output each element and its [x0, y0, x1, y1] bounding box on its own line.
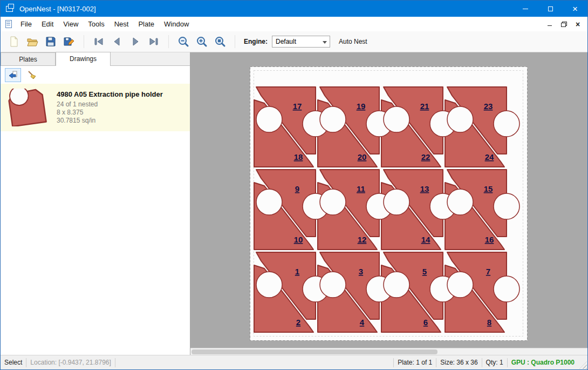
part-number: 9 — [295, 184, 299, 193]
mdi-close-button[interactable]: × — [571, 19, 585, 30]
part-number: 13 — [420, 184, 429, 193]
previous-arrow-icon — [111, 36, 123, 48]
floppy-pencil-icon — [63, 36, 75, 48]
drawing-size: 8 x 8.375 — [57, 109, 163, 117]
circular-cutout — [447, 189, 473, 215]
sidebar: Plates Drawings 4980 — [1, 52, 190, 355]
maximize-button[interactable] — [538, 1, 563, 17]
sidebar-tabs: Plates Drawings — [1, 52, 190, 66]
first-arrow-icon — [93, 36, 105, 48]
zoom-in-icon — [196, 36, 208, 48]
minimize-icon — [523, 9, 528, 9]
mdi-minimize-icon — [548, 25, 552, 26]
resize-grip[interactable] — [579, 361, 587, 369]
drawing-list-item[interactable]: 4980 A05 Extraction pipe holder 24 of 1 … — [1, 84, 190, 131]
circular-cutout — [320, 272, 346, 298]
minimize-button[interactable] — [513, 1, 538, 17]
circular-cutout — [320, 189, 346, 215]
circular-cutout — [256, 189, 282, 215]
circular-cutout — [256, 272, 282, 298]
part-thumbnail — [8, 89, 48, 126]
zoom-out-button[interactable] — [174, 33, 193, 50]
auto-nest-button[interactable]: Auto Nest — [339, 38, 367, 45]
arrow-left-page-icon — [8, 70, 18, 80]
part-number: 21 — [420, 102, 429, 111]
drawing-title: 4980 A05 Extraction pipe holder — [57, 90, 163, 98]
last-plate-button[interactable] — [145, 33, 163, 50]
app-window: OpenNest - [N0317-002] × File Edit View … — [0, 0, 588, 370]
save-edit-button[interactable] — [60, 33, 78, 50]
engine-select[interactable]: Default — [272, 36, 330, 48]
engine-value: Default — [276, 38, 296, 45]
menu-window[interactable]: Window — [159, 17, 194, 31]
zoom-in-button[interactable] — [193, 33, 211, 50]
part-number: 19 — [357, 102, 366, 111]
drawing-area: 30.7815 sq/in — [57, 117, 163, 125]
part-number: 11 — [357, 184, 365, 193]
part-number: 7 — [486, 267, 490, 276]
engine-label: Engine: — [244, 38, 268, 45]
menu-plate[interactable]: Plate — [133, 17, 159, 31]
close-button[interactable]: × — [563, 1, 587, 17]
part-number: 12 — [358, 235, 367, 244]
part-number: 22 — [421, 152, 430, 162]
tab-plates[interactable]: Plates — [1, 52, 56, 65]
part-number: 5 — [422, 267, 427, 276]
open-button[interactable] — [23, 33, 42, 50]
part-number: 3 — [359, 267, 363, 276]
new-button[interactable] — [5, 33, 23, 50]
circular-cutout — [320, 106, 346, 132]
mdi-restore-button[interactable] — [557, 19, 571, 30]
part-number: 8 — [487, 318, 491, 327]
circular-cutout — [494, 276, 519, 302]
canvas-area: 171819202122232491011121314151612345678 — [190, 52, 587, 355]
drawing-nested-count: 24 of 1 nested — [57, 100, 163, 109]
next-plate-button[interactable] — [126, 33, 145, 50]
plate[interactable]: 171819202122232491011121314151612345678 — [250, 66, 528, 341]
menu-file[interactable]: File — [16, 17, 37, 31]
first-plate-button[interactable] — [90, 33, 108, 50]
tab-drawings[interactable]: Drawings — [56, 52, 111, 66]
maximize-icon — [548, 6, 553, 11]
clear-button[interactable] — [24, 68, 40, 82]
circular-cutout — [447, 272, 473, 298]
nest-canvas[interactable]: 171819202122232491011121314151612345678 — [190, 52, 587, 348]
app-icon — [6, 6, 13, 12]
mdi-minimize-button[interactable] — [543, 19, 557, 30]
menu-nest[interactable]: Nest — [110, 17, 134, 31]
part-number: 4 — [360, 318, 365, 327]
horizontal-scrollbar[interactable] — [190, 348, 587, 355]
window-title: OpenNest - [N0317-002] — [19, 5, 96, 13]
new-page-icon — [8, 36, 20, 48]
previous-plate-button[interactable] — [108, 33, 126, 50]
zoom-out-icon — [177, 36, 189, 48]
zoom-fit-button[interactable] — [211, 33, 229, 50]
mdi-close-icon: × — [576, 21, 580, 28]
send-to-plate-button[interactable] — [5, 68, 21, 82]
circular-cutout — [384, 272, 409, 298]
part-number: 14 — [421, 235, 430, 244]
plate-svg[interactable]: 171819202122232491011121314151612345678 — [250, 66, 528, 341]
circular-cutout — [384, 106, 409, 132]
part-number: 18 — [294, 152, 303, 162]
chevron-down-icon — [323, 41, 327, 44]
save-button[interactable] — [42, 33, 60, 50]
circular-cutout — [384, 189, 409, 215]
zoom-fit-icon — [214, 36, 226, 48]
part-number: 16 — [485, 235, 494, 244]
part-number: 23 — [484, 102, 493, 111]
part-number: 2 — [296, 318, 300, 327]
menu-tools[interactable]: Tools — [83, 17, 109, 31]
document-icon — [5, 20, 12, 28]
menu-view[interactable]: View — [58, 17, 83, 31]
menu-bar: File Edit View Tools Nest Plate Window × — [1, 17, 587, 31]
main-toolbar: Engine: Default Auto Nest — [1, 31, 587, 52]
circular-cutout — [494, 193, 519, 219]
title-bar: OpenNest - [N0317-002] × — [1, 1, 587, 17]
status-qty: Qty: 1 — [482, 359, 507, 366]
toolbar-separator — [168, 35, 169, 48]
close-icon: × — [572, 4, 578, 14]
scrollbar-thumb[interactable] — [192, 349, 437, 354]
part-number: 15 — [484, 184, 493, 193]
menu-edit[interactable]: Edit — [37, 17, 58, 31]
